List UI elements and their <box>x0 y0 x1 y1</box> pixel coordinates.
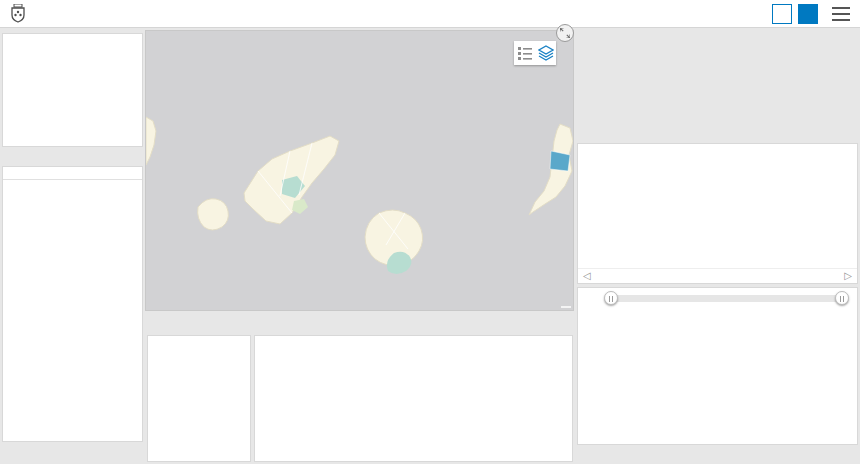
status-stat-cards <box>577 33 858 140</box>
legend-icon[interactable] <box>517 45 533 61</box>
map-islands-layer <box>146 31 574 311</box>
bar-chart-x-axis: ◁ ▷ <box>578 268 857 283</box>
acumulado-line-chart-panel <box>577 287 858 445</box>
time-range-slider[interactable] <box>606 295 847 302</box>
declaracion-del-caso-button[interactable] <box>772 4 792 24</box>
expand-icon[interactable] <box>556 24 574 42</box>
axis-scroll-right-icon[interactable]: ▷ <box>844 270 852 281</box>
line-chart-plot <box>578 304 857 408</box>
island-filter-card <box>2 166 143 442</box>
data-info-card <box>254 335 573 462</box>
residencia-del-caso-button[interactable] <box>798 4 818 24</box>
island-la-gomera[interactable] <box>198 199 229 230</box>
app-header <box>0 0 860 28</box>
bar-chart-category-labels <box>608 242 847 270</box>
canarias-logo-icon <box>10 4 26 23</box>
slider-handle-left[interactable] <box>604 291 618 305</box>
slider-handle-right[interactable] <box>835 291 849 305</box>
layers-icon[interactable] <box>538 45 554 61</box>
axis-scroll-left-icon[interactable]: ◁ <box>583 270 591 281</box>
casos-positivos-card <box>2 33 143 147</box>
menu-icon[interactable] <box>832 7 850 21</box>
municipios-afectados-card <box>147 335 251 462</box>
island-la-palma[interactable] <box>146 117 156 165</box>
bar-chart-plot <box>608 158 847 238</box>
estado-bar-chart-panel: ◁ ▷ <box>577 143 858 284</box>
island-filter-header <box>3 167 142 180</box>
map-controls <box>514 41 556 65</box>
map-attribution <box>561 306 571 308</box>
map-canvas[interactable] <box>145 30 574 311</box>
